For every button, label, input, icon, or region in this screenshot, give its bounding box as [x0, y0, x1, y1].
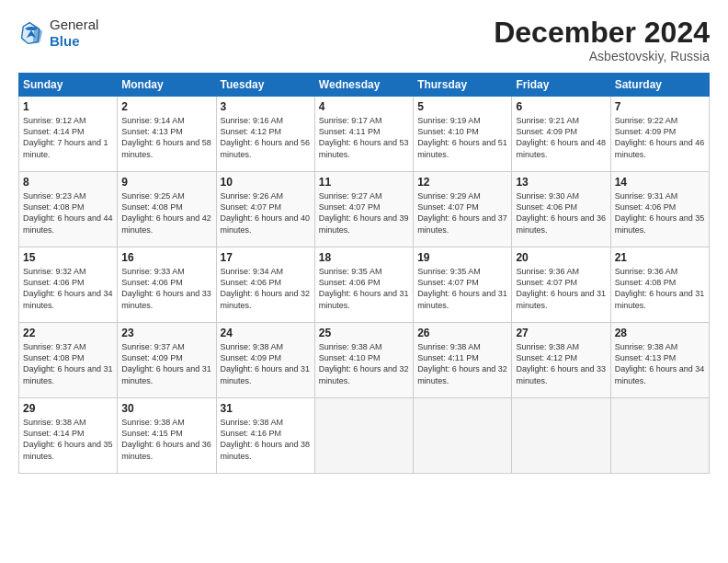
calendar-cell	[414, 398, 512, 474]
logo: General Blue	[18, 17, 98, 50]
calendar-cell: 26Sunrise: 9:38 AMSunset: 4:11 PMDayligh…	[414, 323, 512, 398]
cell-info: Sunrise: 9:38 AMSunset: 4:15 PMDaylight:…	[121, 418, 211, 460]
calendar-cell: 20Sunrise: 9:36 AMSunset: 4:07 PMDayligh…	[512, 247, 610, 323]
cell-info: Sunrise: 9:17 AMSunset: 4:11 PMDaylight:…	[319, 116, 409, 158]
calendar-cell: 13Sunrise: 9:30 AMSunset: 4:06 PMDayligh…	[512, 172, 610, 247]
calendar-cell: 16Sunrise: 9:33 AMSunset: 4:06 PMDayligh…	[118, 247, 216, 323]
calendar-week-4: 22Sunrise: 9:37 AMSunset: 4:08 PMDayligh…	[19, 323, 710, 398]
day-number: 9	[121, 176, 211, 189]
day-number: 17	[221, 251, 311, 264]
cell-info: Sunrise: 9:38 AMSunset: 4:10 PMDaylight:…	[319, 342, 409, 385]
weekday-header-tuesday: Tuesday	[216, 74, 314, 97]
weekday-header-saturday: Saturday	[610, 74, 709, 97]
day-number: 4	[319, 100, 409, 113]
cell-info: Sunrise: 9:35 AMSunset: 4:06 PMDaylight:…	[319, 267, 409, 309]
weekday-header-row: SundayMondayTuesdayWednesdayThursdayFrid…	[19, 74, 710, 97]
title-section: December 2024 Asbestovskiy, Russia	[494, 17, 710, 63]
month-title: December 2024	[494, 17, 710, 49]
calendar-cell: 21Sunrise: 9:36 AMSunset: 4:08 PMDayligh…	[610, 247, 709, 323]
day-number: 8	[23, 176, 113, 189]
calendar-cell	[610, 398, 709, 474]
calendar-cell: 10Sunrise: 9:26 AMSunset: 4:07 PMDayligh…	[216, 172, 314, 247]
calendar-cell: 17Sunrise: 9:34 AMSunset: 4:06 PMDayligh…	[216, 247, 314, 323]
day-number: 5	[417, 100, 507, 113]
day-number: 21	[615, 251, 705, 264]
day-number: 11	[319, 176, 409, 189]
day-number: 28	[615, 327, 705, 339]
calendar-cell: 31Sunrise: 9:38 AMSunset: 4:16 PMDayligh…	[216, 398, 314, 474]
cell-info: Sunrise: 9:36 AMSunset: 4:08 PMDaylight:…	[615, 267, 705, 309]
calendar-cell: 6Sunrise: 9:21 AMSunset: 4:09 PMDaylight…	[512, 97, 610, 172]
header: General Blue December 2024 Asbestovskiy,…	[18, 17, 710, 63]
logo-icon	[18, 20, 44, 46]
cell-info: Sunrise: 9:38 AMSunset: 4:13 PMDaylight:…	[615, 342, 705, 385]
calendar-cell: 23Sunrise: 9:37 AMSunset: 4:09 PMDayligh…	[118, 323, 216, 398]
calendar-week-2: 8Sunrise: 9:23 AMSunset: 4:08 PMDaylight…	[19, 172, 710, 247]
cell-info: Sunrise: 9:38 AMSunset: 4:12 PMDaylight:…	[516, 342, 606, 385]
day-number: 12	[417, 176, 507, 189]
day-number: 27	[516, 327, 606, 339]
day-number: 19	[417, 251, 507, 264]
calendar-cell: 9Sunrise: 9:25 AMSunset: 4:08 PMDaylight…	[118, 172, 216, 247]
calendar-cell: 25Sunrise: 9:38 AMSunset: 4:10 PMDayligh…	[314, 323, 413, 398]
cell-info: Sunrise: 9:23 AMSunset: 4:08 PMDaylight:…	[23, 191, 113, 234]
weekday-header-monday: Monday	[118, 74, 216, 97]
day-number: 2	[121, 100, 211, 113]
cell-info: Sunrise: 9:35 AMSunset: 4:07 PMDaylight:…	[417, 267, 507, 309]
cell-info: Sunrise: 9:38 AMSunset: 4:14 PMDaylight:…	[23, 418, 113, 460]
calendar-week-5: 29Sunrise: 9:38 AMSunset: 4:14 PMDayligh…	[19, 398, 710, 474]
day-number: 20	[516, 251, 606, 264]
calendar-cell: 30Sunrise: 9:38 AMSunset: 4:15 PMDayligh…	[118, 398, 216, 474]
day-number: 3	[221, 100, 311, 113]
cell-info: Sunrise: 9:27 AMSunset: 4:07 PMDaylight:…	[319, 191, 409, 234]
cell-info: Sunrise: 9:21 AMSunset: 4:09 PMDaylight:…	[516, 116, 606, 158]
day-number: 24	[221, 327, 311, 339]
location: Asbestovskiy, Russia	[494, 49, 710, 63]
calendar-cell: 8Sunrise: 9:23 AMSunset: 4:08 PMDaylight…	[19, 172, 118, 247]
day-number: 25	[319, 327, 409, 339]
cell-info: Sunrise: 9:22 AMSunset: 4:09 PMDaylight:…	[615, 116, 705, 158]
calendar-cell: 19Sunrise: 9:35 AMSunset: 4:07 PMDayligh…	[414, 247, 512, 323]
logo-text: General Blue	[50, 17, 98, 50]
cell-info: Sunrise: 9:38 AMSunset: 4:09 PMDaylight:…	[221, 342, 311, 385]
calendar-cell: 5Sunrise: 9:19 AMSunset: 4:10 PMDaylight…	[414, 97, 512, 172]
cell-info: Sunrise: 9:16 AMSunset: 4:12 PMDaylight:…	[221, 116, 311, 158]
cell-info: Sunrise: 9:37 AMSunset: 4:09 PMDaylight:…	[121, 342, 211, 385]
calendar-cell: 22Sunrise: 9:37 AMSunset: 4:08 PMDayligh…	[19, 323, 118, 398]
calendar-cell: 18Sunrise: 9:35 AMSunset: 4:06 PMDayligh…	[314, 247, 413, 323]
calendar-cell: 15Sunrise: 9:32 AMSunset: 4:06 PMDayligh…	[19, 247, 118, 323]
cell-info: Sunrise: 9:31 AMSunset: 4:06 PMDaylight:…	[615, 191, 705, 234]
day-number: 30	[121, 402, 211, 415]
cell-info: Sunrise: 9:25 AMSunset: 4:08 PMDaylight:…	[121, 191, 211, 234]
calendar-cell: 1Sunrise: 9:12 AMSunset: 4:14 PMDaylight…	[19, 97, 118, 172]
calendar-week-1: 1Sunrise: 9:12 AMSunset: 4:14 PMDaylight…	[19, 97, 710, 172]
day-number: 15	[23, 251, 113, 264]
calendar-cell: 24Sunrise: 9:38 AMSunset: 4:09 PMDayligh…	[216, 323, 314, 398]
calendar-cell: 14Sunrise: 9:31 AMSunset: 4:06 PMDayligh…	[610, 172, 709, 247]
calendar-week-3: 15Sunrise: 9:32 AMSunset: 4:06 PMDayligh…	[19, 247, 710, 323]
calendar-cell: 27Sunrise: 9:38 AMSunset: 4:12 PMDayligh…	[512, 323, 610, 398]
calendar-page: General Blue December 2024 Asbestovskiy,…	[0, 0, 728, 563]
cell-info: Sunrise: 9:19 AMSunset: 4:10 PMDaylight:…	[417, 116, 507, 158]
day-number: 13	[516, 176, 606, 189]
cell-info: Sunrise: 9:26 AMSunset: 4:07 PMDaylight:…	[221, 191, 311, 234]
weekday-header-sunday: Sunday	[19, 74, 118, 97]
cell-info: Sunrise: 9:34 AMSunset: 4:06 PMDaylight:…	[221, 267, 311, 309]
day-number: 29	[23, 402, 113, 415]
weekday-header-friday: Friday	[512, 74, 610, 97]
cell-info: Sunrise: 9:30 AMSunset: 4:06 PMDaylight:…	[516, 191, 606, 234]
cell-info: Sunrise: 9:37 AMSunset: 4:08 PMDaylight:…	[23, 342, 113, 385]
day-number: 16	[121, 251, 211, 264]
cell-info: Sunrise: 9:33 AMSunset: 4:06 PMDaylight:…	[121, 267, 211, 309]
day-number: 31	[221, 402, 311, 415]
weekday-header-wednesday: Wednesday	[314, 74, 413, 97]
calendar-cell: 3Sunrise: 9:16 AMSunset: 4:12 PMDaylight…	[216, 97, 314, 172]
cell-info: Sunrise: 9:29 AMSunset: 4:07 PMDaylight:…	[417, 191, 507, 234]
calendar-cell: 28Sunrise: 9:38 AMSunset: 4:13 PMDayligh…	[610, 323, 709, 398]
day-number: 23	[121, 327, 211, 339]
calendar-cell: 11Sunrise: 9:27 AMSunset: 4:07 PMDayligh…	[314, 172, 413, 247]
day-number: 1	[23, 100, 113, 113]
cell-info: Sunrise: 9:36 AMSunset: 4:07 PMDaylight:…	[516, 267, 606, 309]
day-number: 14	[615, 176, 705, 189]
calendar-cell	[314, 398, 413, 474]
